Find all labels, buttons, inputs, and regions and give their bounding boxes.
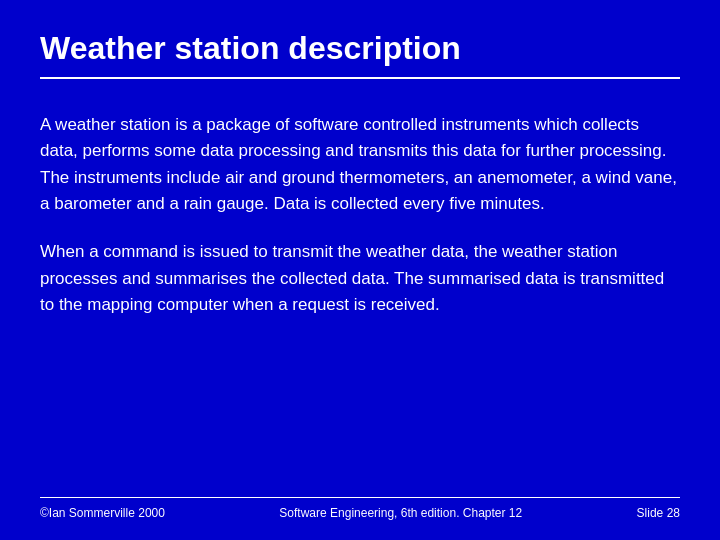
- title-section: Weather station description: [40, 30, 680, 79]
- footer-slide-number: Slide 28: [637, 506, 680, 520]
- paragraph-1: A weather station is a package of softwa…: [40, 112, 680, 217]
- slide-title: Weather station description: [40, 30, 680, 67]
- title-underline: [40, 77, 680, 79]
- footer-copyright: ©Ian Sommerville 2000: [40, 506, 165, 520]
- footer-book-info: Software Engineering, 6th edition. Chapt…: [279, 506, 522, 520]
- content-section: A weather station is a package of softwa…: [40, 97, 680, 497]
- slide-footer: ©Ian Sommerville 2000 Software Engineeri…: [40, 497, 680, 520]
- slide: Weather station description A weather st…: [0, 0, 720, 540]
- paragraph-2: When a command is issued to transmit the…: [40, 239, 680, 318]
